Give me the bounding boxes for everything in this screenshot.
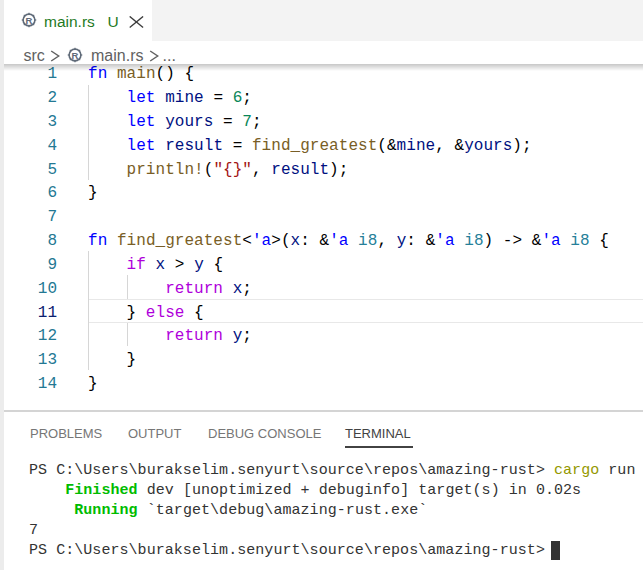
- svg-text:R: R: [26, 15, 33, 26]
- svg-text:R: R: [71, 50, 78, 61]
